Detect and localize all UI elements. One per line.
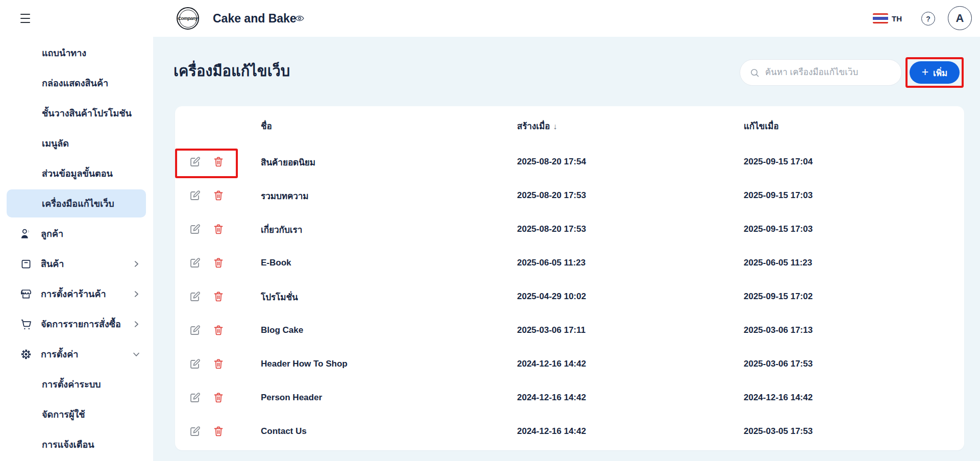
delete-button[interactable] — [212, 223, 225, 235]
sidebar-item-label: ชั้นวางสินค้าโปรโมชัน — [42, 106, 132, 120]
delete-button[interactable] — [212, 257, 225, 269]
app-window: Company Cake and Bake TH ? A แถบนำทางกล่… — [0, 0, 980, 461]
table-row: Person Header2024-12-16 14:422024-12-16 … — [175, 381, 964, 415]
edit-icon — [189, 162, 201, 169]
thai-flag-icon[interactable] — [873, 13, 888, 23]
delete-button[interactable] — [212, 290, 225, 303]
search-input[interactable] — [765, 67, 892, 78]
sidebar-item-label: การตั้งค่าระบบ — [42, 377, 101, 392]
help-icon[interactable]: ? — [921, 12, 935, 26]
delete-button[interactable] — [212, 425, 225, 438]
add-button[interactable]: + เพิ่ม — [910, 61, 960, 84]
sidebar-item-5[interactable]: เครื่องมือแก้ไขเว็บ — [0, 188, 153, 219]
row-actions — [175, 189, 261, 202]
edit-button[interactable] — [189, 257, 201, 269]
edit-button[interactable] — [189, 223, 201, 235]
column-header-created[interactable]: สร้างเมื่อ↓ — [517, 119, 744, 133]
delete-button[interactable] — [212, 358, 225, 370]
edit-button[interactable] — [189, 290, 201, 303]
sidebar-item-6[interactable]: ลูกค้า — [0, 219, 153, 249]
sidebar-item-2[interactable]: ชั้นวางสินค้าโปรโมชัน — [0, 98, 153, 128]
chevron-down-icon — [132, 350, 141, 359]
page-title: เครื่องมือแก้ไขเว็บ — [174, 59, 290, 83]
app-header: Company Cake and Bake TH ? A — [0, 0, 980, 37]
delete-button[interactable] — [212, 156, 225, 168]
delete-button[interactable] — [212, 392, 225, 404]
row-name: โปรโมชั่น — [261, 290, 517, 304]
sidebar-item-11[interactable]: การตั้งค่าระบบ — [0, 369, 153, 399]
chevron-right-icon — [132, 289, 141, 299]
sidebar-item-label: ส่วนข้อมูลขั้นตอน — [42, 166, 113, 181]
edit-button[interactable] — [189, 324, 201, 336]
sidebar-item-label: กล่องแสดงสินค้า — [42, 76, 108, 90]
row-actions — [175, 257, 261, 269]
row-edited: 2025-09-15 17:04 — [744, 157, 964, 167]
annotation-rect-add-button: + เพิ่ม — [905, 57, 964, 88]
edit-icon — [189, 398, 201, 405]
row-created: 2025-03-06 17:11 — [517, 325, 744, 335]
row-name: E-Book — [261, 258, 517, 268]
sidebar-item-label: จัดการรายการสั่งซื้อ — [41, 317, 121, 331]
cart-icon — [19, 318, 34, 331]
delete-button[interactable] — [212, 324, 225, 336]
row-edited: 2025-09-15 17:02 — [744, 292, 964, 302]
box-icon — [19, 257, 34, 271]
sidebar-item-8[interactable]: การตั้งค่าร้านค้า — [0, 279, 153, 309]
sidebar-item-3[interactable]: เมนูลัด — [0, 128, 153, 158]
row-name: เกี่ยวกับเรา — [261, 223, 517, 236]
trash-icon — [212, 297, 225, 304]
edit-button[interactable] — [189, 189, 201, 202]
sidebar-item-12[interactable]: จัดการผู้ใช้ — [0, 399, 153, 429]
sidebar-item-1[interactable]: กล่องแสดงสินค้า — [0, 68, 153, 98]
eye-icon[interactable] — [294, 13, 305, 23]
sidebar-item-4[interactable]: ส่วนข้อมูลขั้นตอน — [0, 158, 153, 188]
trash-icon — [212, 330, 225, 338]
row-name: Contact Us — [261, 426, 517, 436]
sidebar-item-13[interactable]: การแจ้งเตือน — [0, 429, 153, 459]
row-edited: 2025-03-06 17:13 — [744, 325, 964, 335]
edit-button[interactable] — [189, 425, 201, 438]
logo-text: Company — [178, 16, 198, 21]
avatar[interactable]: A — [948, 6, 972, 30]
table-row: E-Book2025-06-05 11:232025-06-05 11:23 — [175, 246, 964, 280]
table-row: สินค้ายอดนิยม2025-08-20 17:542025-09-15 … — [175, 145, 964, 179]
edit-button[interactable] — [189, 392, 201, 404]
sidebar-item-label: แถบนำทาง — [42, 45, 86, 60]
edit-icon — [189, 330, 201, 338]
edit-button[interactable] — [189, 156, 201, 168]
row-actions — [175, 223, 261, 235]
row-name: Blog Cake — [261, 325, 517, 335]
row-actions — [175, 290, 261, 303]
sidebar-item-label: การตั้งค่า — [41, 347, 78, 361]
row-created: 2024-12-16 14:42 — [517, 426, 744, 436]
row-created: 2025-04-29 10:02 — [517, 292, 744, 302]
row-name: สินค้ายอดนิยม — [261, 155, 517, 169]
trash-icon — [212, 398, 225, 405]
row-created: 2025-08-20 17:53 — [517, 190, 744, 201]
row-actions — [175, 425, 261, 438]
sidebar-item-10[interactable]: การตั้งค่า — [0, 339, 153, 369]
table-row: รวมบทความ2025-08-20 17:532025-09-15 17:0… — [175, 179, 964, 212]
store-icon — [19, 287, 34, 301]
delete-button[interactable] — [212, 189, 225, 202]
table-row: เกี่ยวกับเรา2025-08-20 17:532025-09-15 1… — [175, 212, 964, 246]
sidebar-item-7[interactable]: สินค้า — [0, 249, 153, 279]
row-actions — [175, 358, 261, 370]
menu-icon[interactable] — [20, 14, 32, 23]
row-actions — [175, 392, 261, 404]
trash-icon — [212, 229, 225, 237]
sidebar-item-0[interactable]: แถบนำทาง — [0, 38, 153, 68]
row-edited: 2025-03-06 17:53 — [744, 359, 964, 369]
table-row: Header How To Shop2024-12-16 14:422025-0… — [175, 347, 964, 381]
column-header-name[interactable]: ชื่อ — [261, 119, 517, 133]
row-name: Header How To Shop — [261, 359, 517, 369]
row-name: Person Header — [261, 393, 517, 403]
edit-button[interactable] — [189, 358, 201, 370]
sidebar-item-9[interactable]: จัดการรายการสั่งซื้อ — [0, 309, 153, 339]
column-header-edited[interactable]: แก้ไขเมื่อ — [744, 119, 964, 133]
language-label[interactable]: TH — [892, 0, 902, 37]
row-created: 2025-08-20 17:53 — [517, 224, 744, 234]
sidebar-item-label: การตั้งค่าร้านค้า — [41, 286, 106, 301]
sidebar-item-label: สินค้า — [41, 256, 64, 271]
edit-icon — [189, 229, 201, 237]
